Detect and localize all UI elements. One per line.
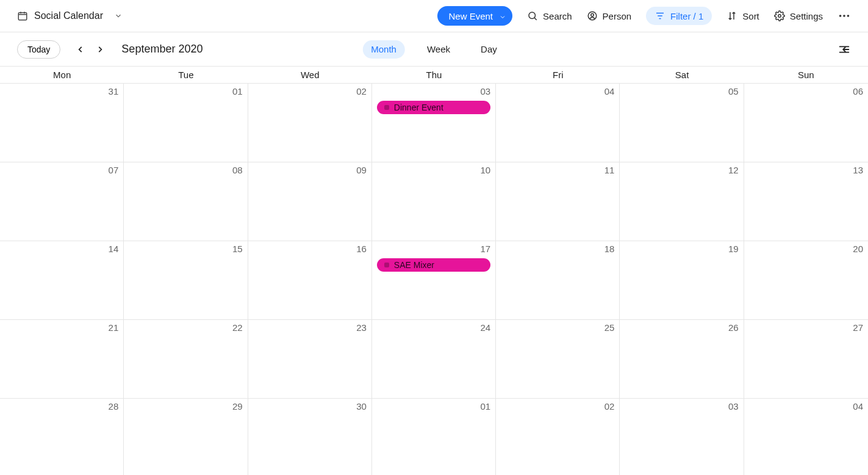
date-number: 02 xyxy=(604,401,615,412)
calendar-cell[interactable]: 19 xyxy=(620,241,744,320)
calendar-cell[interactable]: 11 xyxy=(496,162,620,241)
tab-month[interactable]: Month xyxy=(362,40,405,59)
calendar-cell[interactable]: 01 xyxy=(372,399,496,475)
date-number: 29 xyxy=(232,401,243,412)
date-number: 16 xyxy=(356,244,367,254)
event-pill[interactable]: SAE Mixer xyxy=(377,258,490,272)
date-number: 30 xyxy=(356,401,367,412)
date-number: 08 xyxy=(232,165,243,175)
date-number: 07 xyxy=(109,165,119,175)
calendar-cell[interactable]: 26 xyxy=(620,320,744,399)
calendar-cell[interactable]: 28 xyxy=(0,399,124,475)
month-nav xyxy=(76,45,104,54)
svg-point-6 xyxy=(843,15,845,17)
calendar-cell[interactable]: 02 xyxy=(248,84,372,162)
calendar-cell[interactable]: 04 xyxy=(744,399,868,475)
calendar-cell[interactable]: 05 xyxy=(620,84,744,162)
calendar-cell[interactable]: 22 xyxy=(124,320,248,399)
date-number: 04 xyxy=(853,401,863,412)
calendar-cell[interactable]: 16 xyxy=(248,241,372,320)
calendar-cell[interactable]: 09 xyxy=(248,162,372,241)
calendar-cell[interactable]: 01 xyxy=(124,84,248,162)
date-number: 12 xyxy=(728,165,739,175)
svg-point-3 xyxy=(590,13,594,16)
calendar-cell[interactable]: 06 xyxy=(744,84,868,162)
date-number: 19 xyxy=(728,244,739,254)
calendar-cell[interactable]: 04 xyxy=(496,84,620,162)
date-number: 11 xyxy=(604,165,615,175)
next-month-button[interactable] xyxy=(96,45,104,54)
month-title: September 2020 xyxy=(121,43,203,56)
tab-week[interactable]: Week xyxy=(418,40,459,59)
calendar-cell[interactable]: 25 xyxy=(496,320,620,399)
more-icon[interactable] xyxy=(838,9,851,23)
calendar-cell[interactable]: 18 xyxy=(496,241,620,320)
calendar-cell[interactable]: 03 xyxy=(620,399,744,475)
calendar-cell[interactable]: 10 xyxy=(372,162,496,241)
chevron-down-icon xyxy=(499,12,506,20)
weekday-label: Fri xyxy=(496,67,620,84)
new-event-button[interactable]: New Event xyxy=(437,6,512,26)
calendar-cell[interactable]: 08 xyxy=(124,162,248,241)
settings-button[interactable]: Settings xyxy=(774,10,823,21)
view-tabs: Month Week Day xyxy=(362,40,505,59)
weekday-label: Wed xyxy=(248,67,372,84)
date-number: 26 xyxy=(728,322,739,333)
date-number: 03 xyxy=(728,401,739,412)
calendar-cell[interactable]: 31 xyxy=(0,84,124,162)
calendar-cell[interactable]: 14 xyxy=(0,241,124,320)
weekday-header: Mon Tue Wed Thu Fri Sat Sun xyxy=(0,67,868,84)
calendar-cell[interactable]: 24 xyxy=(372,320,496,399)
event-title: SAE Mixer xyxy=(394,260,434,270)
calendar-name: Social Calendar xyxy=(34,10,103,21)
calendar-cell[interactable]: 12 xyxy=(620,162,744,241)
date-number: 14 xyxy=(109,244,119,254)
calendar-cell[interactable]: 21 xyxy=(0,320,124,399)
weekday-label: Mon xyxy=(0,67,124,84)
calendar-cell[interactable]: 13 xyxy=(744,162,868,241)
calendar-cell[interactable]: 20 xyxy=(744,241,868,320)
calendar-cell[interactable]: 23 xyxy=(248,320,372,399)
svg-point-1 xyxy=(529,12,536,19)
today-button[interactable]: Today xyxy=(17,40,60,59)
tab-day[interactable]: Day xyxy=(472,40,506,59)
filter-icon xyxy=(655,10,665,21)
person-button[interactable]: Person xyxy=(587,10,632,21)
event-color-dot xyxy=(384,263,389,267)
calendar-cell[interactable]: 03Dinner Event xyxy=(372,84,496,162)
calendar-cell[interactable]: 07 xyxy=(0,162,124,241)
date-number: 06 xyxy=(853,86,863,96)
search-icon xyxy=(527,10,538,21)
filter-label: Filter / 1 xyxy=(670,11,703,21)
calendar-cell[interactable]: 02 xyxy=(496,399,620,475)
calendar-selector[interactable]: Social Calendar xyxy=(17,10,123,21)
settings-label: Settings xyxy=(790,11,823,21)
weekday-label: Tue xyxy=(124,67,248,84)
calendar-cell[interactable]: 15 xyxy=(124,241,248,320)
filter-button[interactable]: Filter / 1 xyxy=(646,7,712,25)
person-icon xyxy=(587,10,598,21)
new-event-label: New Event xyxy=(448,11,493,21)
sort-button[interactable]: Sort xyxy=(726,10,759,21)
date-number: 01 xyxy=(232,86,243,96)
date-number: 28 xyxy=(109,401,119,412)
date-number: 27 xyxy=(853,322,863,333)
nav-bar: Today September 2020 Month Week Day xyxy=(0,32,868,67)
event-pill[interactable]: Dinner Event xyxy=(377,101,490,114)
search-button[interactable]: Search xyxy=(527,10,572,21)
date-number: 04 xyxy=(604,86,615,96)
calendar-cell[interactable]: 29 xyxy=(124,399,248,475)
calendar-cell[interactable]: 30 xyxy=(248,399,372,475)
date-number: 18 xyxy=(604,244,615,254)
collapse-panel-icon[interactable] xyxy=(838,43,851,56)
top-bar: Social Calendar New Event Search Person xyxy=(0,0,868,32)
date-number: 09 xyxy=(356,165,367,175)
prev-month-button[interactable] xyxy=(76,45,85,54)
calendar-cell[interactable]: 17SAE Mixer xyxy=(372,241,496,320)
date-number: 01 xyxy=(480,401,490,412)
date-number: 21 xyxy=(109,322,119,333)
sort-label: Sort xyxy=(742,11,759,21)
weekday-label: Sat xyxy=(620,67,744,84)
date-number: 05 xyxy=(728,86,739,96)
calendar-cell[interactable]: 27 xyxy=(744,320,868,399)
